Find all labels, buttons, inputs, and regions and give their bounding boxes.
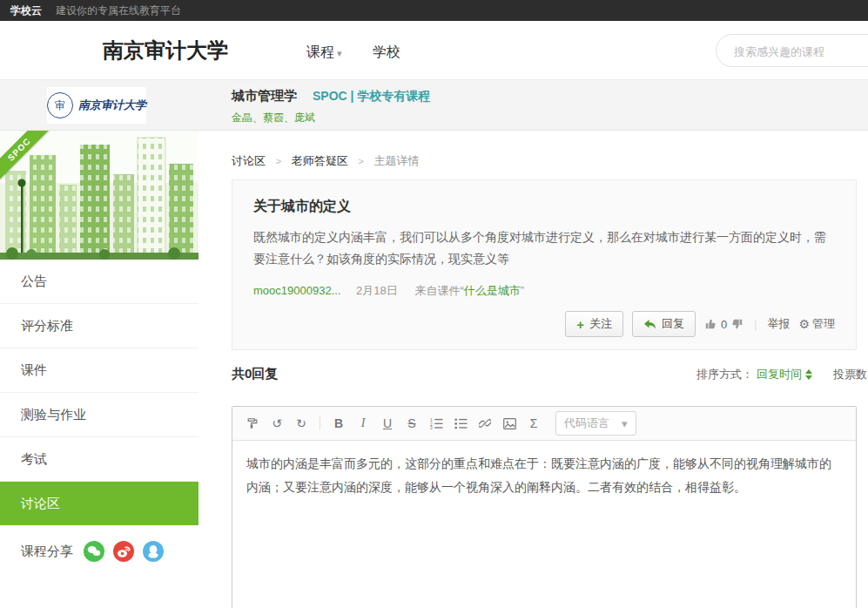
nav-school[interactable]: 学校 — [373, 44, 400, 62]
nav-courses-label: 课程 — [306, 44, 334, 59]
main-content: 讨论区 > 老师答疑区 > 主题详情 关于城市的定义 既然城市的定义内涵丰富，我… — [198, 131, 868, 608]
sidebar-item-quizzes[interactable]: 测验与作业 — [0, 393, 198, 437]
underline-button[interactable]: U — [376, 412, 399, 435]
topbar-slogan: 建设你的专属在线教育平台 — [56, 3, 181, 18]
sidebar-item-announcements[interactable]: 公告 — [0, 260, 198, 304]
thumb-up-icon[interactable] — [704, 318, 717, 330]
toolbar-divider — [320, 416, 320, 430]
redo-icon[interactable]: ↻ — [290, 412, 313, 435]
course-cover-image: SPOC — [0, 131, 198, 260]
course-share-row: 课程分享 — [0, 525, 198, 578]
topic-card: 关于城市的定义 既然城市的定义内涵丰富，我们可以从多个角度对城市进行定义，那么在… — [232, 179, 857, 350]
code-language-dropdown[interactable]: 代码语言 ▾ — [555, 411, 636, 436]
breadcrumb-discussion[interactable]: 讨论区 — [232, 154, 266, 167]
sidebar-item-exams[interactable]: 考试 — [0, 437, 198, 482]
topic-source-link[interactable]: 什么是城市 — [464, 284, 521, 297]
link-icon[interactable] — [474, 412, 496, 435]
page: 学校云 建设你的专属在线教育平台 南京审计大学 课程▾ 学校 审 南京审计大学 … — [0, 0, 868, 608]
course-info: 城市管理学 SPOC | 学校专有课程 金晶、蔡霞、庞斌 — [232, 88, 430, 125]
like-group: 0 — [704, 318, 744, 331]
ordered-list-icon[interactable]: 1 2 3 — [425, 412, 447, 435]
topbar: 学校云 建设你的专属在线教育平台 — [0, 0, 868, 21]
replies-count: 共0回复 — [232, 366, 278, 382]
unordered-list-icon[interactable] — [449, 412, 472, 435]
bold-button[interactable]: B — [327, 412, 350, 435]
topic-title: 关于城市的定义 — [253, 198, 835, 216]
spoc-badge: SPOC | 学校专有课程 — [313, 89, 430, 105]
follow-button[interactable]: + 关注 — [565, 311, 623, 337]
image-icon[interactable] — [498, 412, 521, 435]
undo-icon[interactable]: ↺ — [266, 412, 288, 435]
reply-button[interactable]: 回复 — [632, 311, 696, 337]
wechat-share-icon[interactable] — [84, 541, 104, 562]
divider: | — [754, 318, 757, 330]
qq-share-icon[interactable] — [143, 541, 164, 562]
formula-sigma-icon[interactable]: Σ — [522, 412, 545, 435]
reply-label: 回复 — [662, 316, 684, 332]
editor-content[interactable]: 城市的内涵是丰富而多元的，这部分的重点和难点在于：既要注意内涵的广度，能够从不同… — [232, 441, 856, 608]
strikethrough-button[interactable]: S — [400, 412, 423, 435]
breadcrumb: 讨论区 > 老师答疑区 > 主题详情 — [232, 153, 419, 169]
sort-arrows-icon — [805, 369, 812, 380]
course-teachers: 金晶、蔡霞、庞斌 — [232, 111, 430, 125]
sort-by-reply-time[interactable]: 回复时间 — [757, 367, 812, 382]
nav-school-label: 学校 — [373, 44, 400, 59]
reply-editor: ↺ ↻ B I U S 1 2 3 — [232, 406, 857, 608]
topic-date: 2月18日 — [356, 284, 398, 297]
reply-arrow-icon — [643, 319, 656, 330]
gear-icon: ⚙ — [798, 317, 810, 331]
site-header: 南京审计大学 课程▾ 学校 — [0, 21, 868, 80]
brand-link[interactable]: 学校云 — [10, 3, 42, 18]
topic-meta: mooc19000932... 2月18日 来自课件“什么是城市” — [253, 283, 835, 299]
code-language-label: 代码语言 — [564, 415, 609, 431]
topic-source-prefix: 来自课件“ — [414, 284, 463, 297]
report-label: 举报 — [767, 316, 790, 332]
nav-courses[interactable]: 课程▾ — [306, 44, 342, 62]
city-illustration — [0, 131, 198, 260]
breadcrumb-teacher-qa[interactable]: 老师答疑区 — [292, 154, 348, 167]
sidebar-item-discussion[interactable]: 讨论区 — [0, 482, 198, 525]
university-name[interactable]: 南京审计大学 — [103, 37, 228, 64]
editor-toolbar: ↺ ↻ B I U S 1 2 3 — [232, 407, 856, 441]
university-seal-icon: 审 — [47, 92, 73, 118]
sort-by-votes[interactable]: 投票数 — [833, 367, 867, 382]
replies-bar: 共0回复 排序方式： 回复时间 投票数 — [232, 366, 867, 382]
topic-actions: + 关注 回复 0 | — [253, 311, 835, 337]
search-box — [716, 34, 868, 67]
breadcrumb-topic-detail: 主题详情 — [373, 154, 419, 167]
plus-icon: + — [576, 317, 584, 332]
sort-primary-label: 回复时间 — [757, 367, 802, 382]
breadcrumb-separator-icon: > — [358, 156, 363, 166]
topic-author-link[interactable]: mooc19000932... — [253, 284, 340, 297]
sidebar: SPOC 公告 评分标准 课件 测验与作业 考试 讨论区 课程分享 — [0, 131, 198, 608]
chevron-down-icon: ▾ — [622, 417, 628, 430]
sort-label: 排序方式： — [696, 367, 753, 382]
follow-label: 关注 — [589, 316, 612, 332]
manage-button[interactable]: ⚙ 管理 — [798, 316, 835, 332]
breadcrumb-separator-icon: > — [276, 156, 281, 166]
report-button[interactable]: 举报 — [767, 316, 790, 332]
course-title: 城市管理学 — [232, 88, 297, 105]
like-count: 0 — [721, 318, 727, 331]
manage-label: 管理 — [812, 316, 835, 332]
format-brush-icon[interactable] — [241, 412, 264, 435]
sort-box: 排序方式： 回复时间 投票数 — [696, 367, 867, 382]
chevron-down-icon: ▾ — [337, 48, 342, 58]
italic-button[interactable]: I — [352, 412, 374, 435]
topic-source-suffix: ” — [521, 284, 524, 297]
share-label: 课程分享 — [21, 544, 73, 560]
topic-body: 既然城市的定义内涵丰富，我们可以从多个角度对城市进行定义，那么在对城市进行某一方… — [253, 226, 835, 269]
university-logo: 审 南京审计大学 — [47, 87, 146, 124]
svg-text:3: 3 — [430, 426, 433, 429]
sidebar-item-grading[interactable]: 评分标准 — [0, 304, 198, 348]
sidebar-item-courseware[interactable]: 课件 — [0, 348, 198, 393]
thumb-down-icon[interactable] — [731, 318, 744, 330]
course-subheader: 审 南京审计大学 城市管理学 SPOC | 学校专有课程 金晶、蔡霞、庞斌 — [0, 80, 868, 131]
weibo-share-icon[interactable] — [113, 541, 134, 562]
university-logo-text: 南京审计大学 — [78, 98, 146, 113]
search-input[interactable] — [732, 35, 868, 68]
